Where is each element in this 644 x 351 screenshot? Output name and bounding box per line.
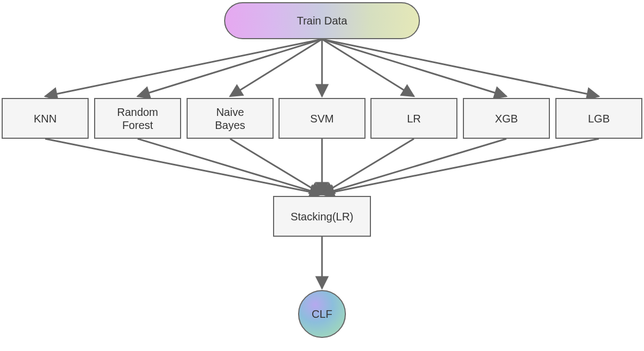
node-train-data: Train Data: [224, 2, 420, 39]
node-label: CLF: [312, 307, 332, 321]
node-random-forest: Random Forest: [94, 98, 181, 139]
node-label: Naive Bayes: [215, 106, 245, 132]
node-label: KNN: [34, 112, 57, 125]
node-svm: SVM: [278, 98, 366, 139]
node-label: XGB: [495, 112, 518, 125]
svg-line-2: [230, 39, 322, 96]
node-stacking: Stacking(LR): [273, 196, 371, 237]
svg-line-8: [138, 139, 322, 194]
node-clf: CLF: [298, 290, 346, 338]
node-knn: KNN: [2, 98, 89, 139]
svg-line-1: [138, 39, 322, 96]
node-label: SVM: [310, 112, 333, 125]
node-label: Stacking(LR): [290, 210, 354, 223]
node-xgb: XGB: [463, 98, 550, 139]
node-label: LGB: [588, 112, 610, 125]
node-label: Train Data: [297, 14, 348, 27]
node-label: LR: [407, 112, 421, 125]
svg-line-11: [322, 139, 414, 194]
node-naive-bayes: Naive Bayes: [187, 98, 274, 139]
diagram-canvas: Train Data KNN Random Forest Naive Bayes…: [0, 0, 644, 351]
node-lr: LR: [370, 98, 457, 139]
svg-line-12: [322, 139, 506, 194]
svg-line-4: [322, 39, 414, 96]
edges-top: [45, 39, 599, 96]
node-lgb: LGB: [555, 98, 642, 139]
svg-line-9: [230, 139, 322, 194]
svg-line-0: [45, 39, 322, 96]
node-label: Random Forest: [117, 106, 158, 132]
svg-line-7: [45, 139, 322, 194]
svg-line-13: [322, 139, 599, 194]
svg-line-5: [322, 39, 506, 96]
edges-mid: [45, 139, 599, 194]
svg-line-6: [322, 39, 599, 96]
